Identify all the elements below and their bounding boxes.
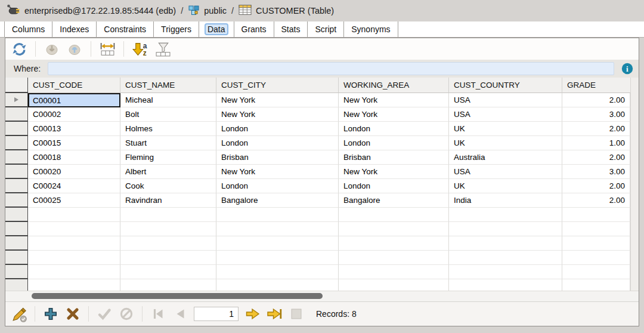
- first-page-icon[interactable]: [150, 306, 166, 322]
- cell[interactable]: London: [339, 136, 449, 150]
- prev-page-icon[interactable]: [172, 306, 188, 322]
- cell[interactable]: Holmes: [120, 122, 216, 136]
- cell[interactable]: Fleming: [120, 150, 216, 165]
- rollback-icon[interactable]: [118, 306, 135, 322]
- cell[interactable]: 1.00: [562, 136, 630, 150]
- cell[interactable]: Bangalore: [216, 193, 339, 208]
- cell[interactable]: Bolt: [120, 107, 216, 122]
- row-selector[interactable]: [5, 136, 28, 150]
- grid-corner-cell[interactable]: [5, 78, 28, 93]
- cell[interactable]: Brisban: [339, 150, 449, 165]
- cell[interactable]: C00015: [28, 136, 120, 150]
- where-input[interactable]: [48, 62, 614, 75]
- cell[interactable]: 2.00: [562, 93, 630, 107]
- cell[interactable]: New York: [216, 107, 339, 122]
- column-header-cust-country[interactable]: CUST_COUNTRY: [449, 78, 562, 93]
- cell[interactable]: Ravindran: [120, 193, 216, 208]
- row-selector[interactable]: [5, 251, 28, 265]
- horizontal-scrollbar-thumb[interactable]: [32, 293, 323, 299]
- cell[interactable]: New York: [339, 107, 449, 122]
- cell[interactable]: New York: [339, 165, 449, 179]
- vertical-scrollbar[interactable]: [630, 78, 639, 291]
- cell[interactable]: London: [216, 122, 339, 136]
- cell[interactable]: 2.00: [562, 179, 630, 193]
- cell[interactable]: India: [449, 193, 562, 208]
- cell-selected[interactable]: C00001: [28, 93, 120, 107]
- next-page-icon[interactable]: [244, 306, 261, 322]
- tab-script[interactable]: Script: [308, 21, 344, 37]
- tab-columns[interactable]: Columns: [4, 21, 52, 37]
- sort-az-icon[interactable]: a z: [131, 41, 149, 57]
- row-selector[interactable]: [5, 265, 28, 279]
- column-header-working-area[interactable]: WORKING_AREA: [339, 78, 449, 93]
- cell[interactable]: UK: [449, 122, 562, 136]
- refresh-icon[interactable]: [10, 41, 28, 57]
- cell[interactable]: New York: [216, 165, 339, 179]
- tab-data[interactable]: Data: [199, 21, 234, 37]
- cell[interactable]: C00013: [28, 122, 120, 136]
- cell[interactable]: New York: [216, 93, 339, 107]
- cell[interactable]: New York: [339, 93, 449, 107]
- info-icon[interactable]: i: [621, 63, 633, 75]
- cell[interactable]: USA: [449, 93, 562, 107]
- row-selector[interactable]: [5, 236, 28, 251]
- cell[interactable]: Cook: [120, 179, 216, 193]
- cell[interactable]: 2.00: [562, 150, 630, 165]
- edit-mode-icon[interactable]: [11, 306, 27, 322]
- row-selector[interactable]: [5, 150, 28, 165]
- tab-constraints[interactable]: Constraints: [97, 21, 154, 37]
- cell[interactable]: USA: [449, 165, 562, 179]
- row-selector[interactable]: [5, 222, 28, 236]
- cell[interactable]: Bangalore: [339, 193, 449, 208]
- horizontal-scrollbar[interactable]: [5, 291, 639, 301]
- cell[interactable]: 3.00: [562, 165, 630, 179]
- column-header-cust-name[interactable]: CUST_NAME: [120, 78, 216, 93]
- cell[interactable]: USA: [449, 107, 562, 122]
- fetch-data-up-icon[interactable]: [66, 41, 83, 57]
- column-header-grade[interactable]: GRADE: [562, 78, 630, 93]
- page-number-input[interactable]: [194, 307, 239, 321]
- delete-row-icon[interactable]: [64, 306, 81, 322]
- commit-icon[interactable]: [96, 306, 113, 322]
- column-header-cust-city[interactable]: CUST_CITY: [216, 78, 339, 93]
- cell[interactable]: 2.00: [562, 122, 630, 136]
- fetch-data-down-icon[interactable]: [43, 41, 61, 57]
- row-selector[interactable]: [5, 107, 28, 122]
- cell[interactable]: C00024: [28, 179, 120, 193]
- cell[interactable]: London: [339, 179, 449, 193]
- tab-indexes[interactable]: Indexes: [52, 21, 97, 37]
- tab-synonyms[interactable]: Synonyms: [344, 21, 398, 37]
- cell[interactable]: UK: [449, 136, 562, 150]
- cell[interactable]: 3.00: [562, 107, 630, 122]
- insert-row-icon[interactable]: [42, 306, 59, 322]
- empty-cell: [28, 236, 120, 251]
- tab-grants[interactable]: Grants: [234, 21, 274, 37]
- cell[interactable]: C00025: [28, 193, 120, 208]
- cell[interactable]: London: [216, 179, 339, 193]
- column-header-cust-code[interactable]: CUST_CODE: [28, 78, 120, 93]
- cell[interactable]: C00018: [28, 150, 120, 165]
- fit-column-width-icon[interactable]: [98, 41, 116, 57]
- row-selector[interactable]: [5, 165, 28, 179]
- cell[interactable]: Albert: [120, 165, 216, 179]
- cell[interactable]: London: [216, 136, 339, 150]
- row-selector[interactable]: [5, 93, 28, 107]
- filter-icon[interactable]: [154, 41, 172, 57]
- cell[interactable]: UK: [449, 179, 562, 193]
- last-page-icon[interactable]: [266, 306, 283, 322]
- cell[interactable]: C00020: [28, 165, 120, 179]
- tab-triggers[interactable]: Triggers: [154, 21, 199, 37]
- row-selector[interactable]: [5, 279, 28, 291]
- cell[interactable]: Micheal: [120, 93, 216, 107]
- row-selector[interactable]: [5, 122, 28, 136]
- tab-stats[interactable]: Stats: [274, 21, 308, 37]
- row-selector[interactable]: [5, 179, 28, 193]
- row-selector[interactable]: [5, 193, 28, 208]
- row-selector[interactable]: [5, 208, 28, 222]
- cell[interactable]: Brisban: [216, 150, 339, 165]
- cell[interactable]: Australia: [449, 150, 562, 165]
- cell[interactable]: C00002: [28, 107, 120, 122]
- cell[interactable]: Stuart: [120, 136, 216, 150]
- cell[interactable]: London: [339, 122, 449, 136]
- cell[interactable]: 2.00: [562, 193, 630, 208]
